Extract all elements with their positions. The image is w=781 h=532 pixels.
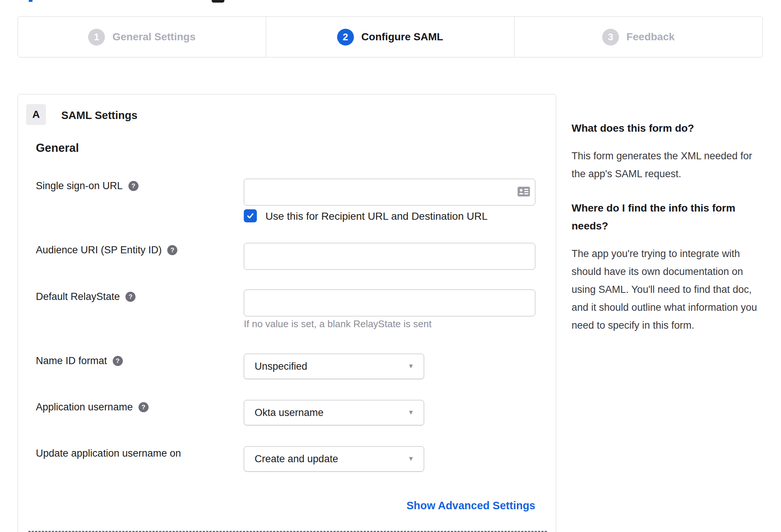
application-username-select[interactable]: Okta username ▼ bbox=[244, 400, 424, 425]
step-label: Feedback bbox=[626, 31, 675, 43]
checkmark-icon bbox=[246, 212, 255, 220]
audience-uri-input[interactable] bbox=[244, 243, 535, 270]
chevron-down-icon: ▼ bbox=[408, 409, 414, 416]
application-username-label-text: Application username bbox=[36, 401, 133, 413]
help-icon[interactable]: ? bbox=[113, 356, 123, 366]
default-relaystate-input[interactable] bbox=[244, 290, 535, 316]
update-app-username-label: Update application username on bbox=[36, 448, 181, 459]
chevron-down-icon: ▼ bbox=[408, 455, 414, 463]
step-number-badge: 2 bbox=[337, 29, 354, 46]
default-relaystate-label-text: Default RelayState bbox=[36, 291, 120, 303]
audience-uri-label: Audience URI (SP Entity ID) ? bbox=[36, 244, 177, 256]
sso-url-label: Single sign-on URL ? bbox=[36, 180, 139, 192]
update-app-username-label-text: Update application username on bbox=[36, 448, 181, 459]
sso-url-input[interactable] bbox=[244, 179, 535, 206]
application-username-label: Application username ? bbox=[36, 401, 149, 413]
step-general-settings[interactable]: 1 General Settings bbox=[18, 17, 266, 57]
name-id-format-select[interactable]: Unspecified ▼ bbox=[244, 354, 424, 379]
section-title: SAML Settings bbox=[61, 109, 137, 122]
sso-url-label-text: Single sign-on URL bbox=[36, 180, 123, 192]
help-icon[interactable]: ? bbox=[139, 402, 149, 412]
help-icon[interactable]: ? bbox=[125, 292, 136, 302]
chevron-down-icon: ▼ bbox=[408, 363, 414, 370]
saml-settings-panel: A SAML Settings General Single sign-on U… bbox=[18, 94, 556, 532]
relaystate-hint: If no value is set, a blank RelayState i… bbox=[244, 318, 432, 330]
help-icon[interactable]: ? bbox=[167, 245, 177, 255]
help-icon[interactable]: ? bbox=[128, 181, 139, 191]
sidebar-heading-where: Where do I find the info this form needs… bbox=[572, 199, 758, 235]
update-app-username-value: Create and update bbox=[255, 453, 338, 465]
general-group-heading: General bbox=[36, 141, 79, 155]
recipient-url-checkbox[interactable] bbox=[244, 209, 257, 222]
sidebar-body-what: This form generates the XML needed for t… bbox=[572, 147, 758, 183]
step-label: Configure SAML bbox=[361, 31, 443, 43]
help-sidebar: What does this form do? This form genera… bbox=[572, 119, 758, 351]
step-label: General Settings bbox=[112, 31, 196, 43]
step-configure-saml[interactable]: 2 Configure SAML bbox=[266, 17, 514, 57]
show-advanced-settings-link[interactable]: Show Advanced Settings bbox=[244, 500, 535, 512]
step-number-badge: 1 bbox=[88, 29, 105, 46]
update-app-username-select[interactable]: Create and update ▼ bbox=[244, 446, 424, 472]
audience-uri-label-text: Audience URI (SP Entity ID) bbox=[36, 244, 162, 256]
name-id-format-label: Name ID format ? bbox=[36, 355, 123, 367]
recipient-url-checkbox-label: Use this for Recipient URL and Destinati… bbox=[265, 210, 488, 222]
step-feedback[interactable]: 3 Feedback bbox=[514, 17, 762, 57]
name-id-format-value: Unspecified bbox=[255, 361, 307, 372]
contact-card-icon[interactable] bbox=[517, 187, 530, 197]
section-a-badge: A bbox=[26, 104, 46, 125]
cutoff-blue-element bbox=[29, 0, 32, 2]
sidebar-body-where: The app you're trying to integrate with … bbox=[572, 245, 758, 334]
name-id-format-label-text: Name ID format bbox=[36, 355, 107, 367]
cutoff-dark-element bbox=[212, 0, 224, 3]
default-relaystate-label: Default RelayState ? bbox=[36, 291, 136, 303]
sidebar-heading-what: What does this form do? bbox=[572, 119, 758, 137]
step-number-badge: 3 bbox=[602, 29, 619, 46]
wizard-stepper: 1 General Settings 2 Configure SAML 3 Fe… bbox=[18, 16, 763, 57]
application-username-value: Okta username bbox=[255, 407, 324, 419]
